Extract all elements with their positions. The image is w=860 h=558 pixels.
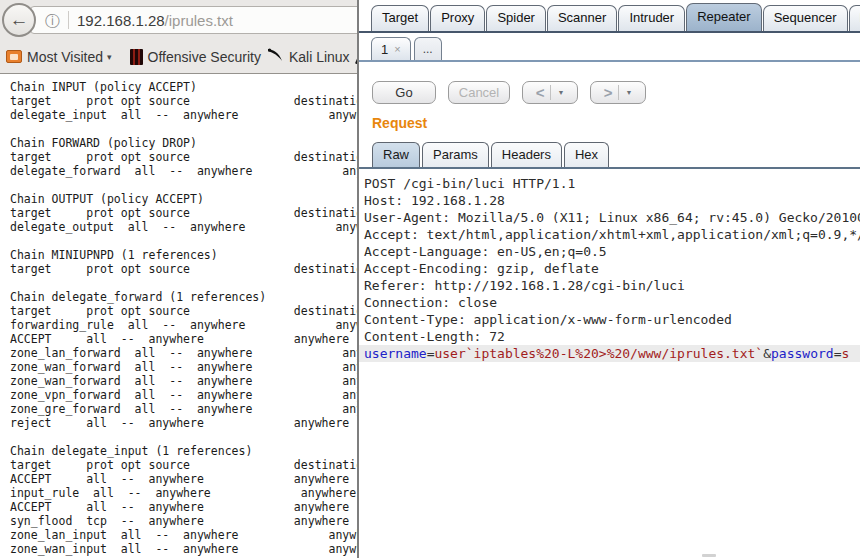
- kali-dragon-icon: [267, 46, 284, 67]
- viewtab-separator: [359, 167, 860, 169]
- tab-decoder[interactable]: Decoder: [849, 5, 860, 31]
- url-bar[interactable]: ⓘ 192.168.1.28/iprules.txt: [30, 6, 357, 34]
- info-icon[interactable]: ⓘ: [45, 13, 60, 28]
- request-headers[interactable]: POST /cgi-bin/luci HTTP/1.1 Host: 192.16…: [359, 172, 860, 345]
- burp-pane: Target Proxy Spider Scanner Intruder Rep…: [359, 0, 860, 558]
- url-text: 192.168.1.28/iprules.txt: [77, 12, 233, 29]
- browser-pane: ← ⓘ 192.168.1.28/iprules.txt Most Visite…: [0, 0, 357, 558]
- bookmark-kali-linux[interactable]: Kali Linux: [289, 49, 350, 65]
- burp-main-tabs: Target Proxy Spider Scanner Intruder Rep…: [371, 3, 860, 31]
- page-content: Chain INPUT (policy ACCEPT) target prot …: [0, 75, 357, 558]
- repeater-subtabs: 1 × ...: [371, 37, 442, 60]
- dropdown-caret-icon[interactable]: ▼: [619, 89, 638, 96]
- view-tab-raw[interactable]: Raw: [372, 142, 420, 167]
- repeater-controls: Go Cancel < ▼ > ▼: [372, 81, 646, 104]
- back-arrow-icon: ←: [10, 10, 29, 29]
- request-view-tabs: Raw Params Headers Hex: [372, 142, 609, 167]
- tabbar-separator: [359, 31, 860, 33]
- history-forward-button[interactable]: > ▼: [590, 81, 646, 104]
- tab-intruder[interactable]: Intruder: [618, 5, 685, 31]
- url-host: 192.168.1.28: [77, 12, 165, 29]
- repeater-tab-1[interactable]: 1 ×: [371, 37, 411, 60]
- repeater-tab-more-label: ...: [423, 39, 433, 60]
- tab-proxy[interactable]: Proxy: [430, 5, 485, 31]
- browser-chrome: ← ⓘ 192.168.1.28/iprules.txt Most Visite…: [0, 0, 357, 74]
- view-tab-headers[interactable]: Headers: [491, 142, 562, 167]
- offensive-security-icon: [130, 49, 143, 65]
- view-tab-params[interactable]: Params: [422, 142, 489, 167]
- repeater-tab-1-label: 1: [381, 39, 388, 60]
- request-section-label: Request: [372, 115, 427, 131]
- go-button[interactable]: Go: [372, 81, 436, 104]
- left-chevron-icon: <: [530, 84, 551, 101]
- url-separator: [68, 11, 69, 29]
- url-path: /iprules.txt: [165, 12, 233, 29]
- tab-spider[interactable]: Spider: [486, 5, 546, 31]
- tab-scanner[interactable]: Scanner: [547, 5, 617, 31]
- tab-repeater[interactable]: Repeater: [686, 3, 761, 31]
- repeater-tab-more[interactable]: ...: [414, 37, 442, 60]
- iptables-output: Chain INPUT (policy ACCEPT) target prot …: [0, 75, 357, 556]
- bookmark-most-visited[interactable]: Most Visited: [27, 49, 103, 65]
- history-back-button[interactable]: < ▼: [522, 81, 578, 104]
- dropdown-caret-icon[interactable]: ▼: [551, 89, 570, 96]
- tab-target[interactable]: Target: [371, 5, 429, 31]
- most-visited-folder-icon: [6, 50, 22, 63]
- right-chevron-icon: >: [598, 84, 619, 101]
- view-tab-hex[interactable]: Hex: [564, 142, 609, 167]
- request-body-line[interactable]: username=user`iptables%20-L%20>%20/www/i…: [359, 345, 860, 362]
- bookmarks-toolbar: Most Visited ▾ Offensive Security Kali L…: [0, 40, 357, 73]
- request-editor[interactable]: POST /cgi-bin/luci HTTP/1.1 Host: 192.16…: [359, 172, 860, 558]
- cancel-button[interactable]: Cancel: [448, 81, 510, 104]
- screen: ← ⓘ 192.168.1.28/iprules.txt Most Visite…: [0, 0, 860, 558]
- tab-sequencer[interactable]: Sequencer: [763, 5, 848, 31]
- subtab-separator: [359, 60, 860, 62]
- chevron-down-icon[interactable]: ▾: [107, 52, 112, 62]
- back-button[interactable]: ←: [2, 3, 36, 37]
- scrollbar-fragment: [702, 554, 716, 557]
- close-icon[interactable]: ×: [394, 44, 400, 55]
- bookmark-offensive-security[interactable]: Offensive Security: [148, 49, 261, 65]
